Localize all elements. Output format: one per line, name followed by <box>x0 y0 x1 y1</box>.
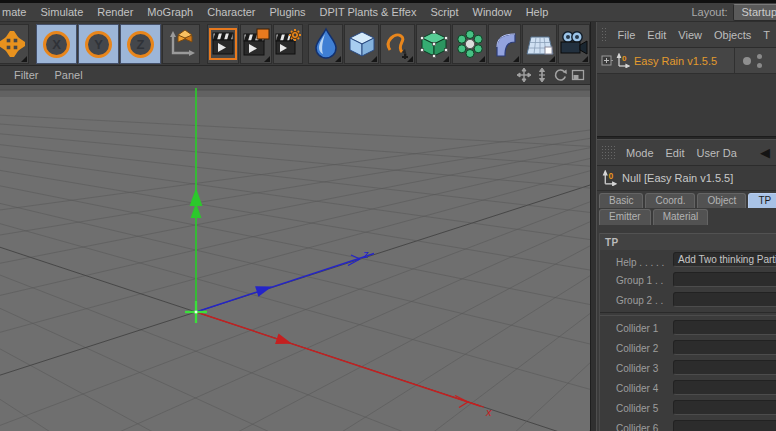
render-view-button[interactable] <box>207 24 239 64</box>
menu-render[interactable]: Render <box>90 4 140 20</box>
z-axis-icon: Z <box>127 31 154 58</box>
floor-stage-icon <box>525 29 555 59</box>
expand-tree-icon[interactable] <box>601 55 613 67</box>
attribute-tabs-row-1: Basic Coord. Object TP <box>597 191 776 208</box>
viewport-rotate-icon[interactable] <box>552 68 567 83</box>
tab-emitter[interactable]: Emitter <box>599 209 651 225</box>
help-field-value[interactable]: Add Two thinking Parti <box>673 252 776 267</box>
add-camera-button[interactable] <box>558 24 590 64</box>
svg-text:0: 0 <box>608 171 613 181</box>
panel-grip-icon[interactable] <box>601 145 616 160</box>
collider2-input[interactable] <box>673 340 776 355</box>
water-drop-tool-button[interactable] <box>308 24 343 64</box>
collider2-label: Collider 2 <box>616 343 658 354</box>
application-window: mate Simulate Render MoGraph Character P… <box>0 0 776 431</box>
panel-grip-icon[interactable] <box>601 27 608 42</box>
group2-field-input[interactable] <box>673 292 776 307</box>
layout-label: Layout: <box>691 6 727 18</box>
field-row-collider5: Collider 5 <box>600 398 776 418</box>
am-menu-user-data[interactable]: User Da <box>691 145 743 161</box>
object-manager-menu-bar: File Edit View Objects T <box>597 22 776 48</box>
menu-simulate[interactable]: Simulate <box>33 4 90 20</box>
svg-text:x: x <box>485 406 492 418</box>
render-visibility-dot[interactable] <box>757 63 762 68</box>
viewport-menu-panel[interactable]: Panel <box>46 67 90 83</box>
menu-dpit-plants-effex[interactable]: DPIT Plants & Effex <box>313 4 424 20</box>
editor-visibility-dot[interactable] <box>757 54 762 59</box>
add-modeling-object-button[interactable] <box>452 24 487 64</box>
menu-mograph[interactable]: MoGraph <box>140 4 200 20</box>
om-menu-view[interactable]: View <box>672 27 708 43</box>
field-row-collider4: Collider 4 <box>600 378 776 398</box>
tab-object[interactable]: Object <box>697 193 746 208</box>
om-menu-tags[interactable]: T <box>757 27 776 43</box>
collapse-arrow-icon[interactable]: ◀ <box>760 146 776 159</box>
object-manager-empty-area[interactable] <box>597 74 776 136</box>
add-generator-button[interactable] <box>416 24 451 64</box>
tp-section-title: TP <box>605 237 619 248</box>
render-region-button[interactable] <box>240 24 272 64</box>
menu-window[interactable]: Window <box>466 4 519 20</box>
object-name: Easy Rain v1.5.5 <box>634 55 717 67</box>
add-environment-button[interactable] <box>522 24 557 64</box>
move-tool-button[interactable] <box>0 24 29 64</box>
add-spline-button[interactable] <box>380 24 415 64</box>
collider4-input[interactable] <box>673 380 776 395</box>
group2-field-label: Group 2 . . <box>616 295 663 306</box>
attribute-body: TP Help . . . . . Add Two thinking Parti… <box>599 233 776 431</box>
layout-startup-button[interactable]: Startup <box>733 4 776 21</box>
collider5-input[interactable] <box>673 400 776 415</box>
layout-switcher: Layout: Startup <box>691 4 776 21</box>
menu-character[interactable]: Character <box>200 4 262 20</box>
svg-text:0: 0 <box>622 54 627 63</box>
lock-z-axis-button[interactable]: Z <box>120 24 161 64</box>
attribute-title-row: 0 Null [Easy Rain v1.5.5] <box>597 166 776 191</box>
spline-pen-icon <box>383 29 413 59</box>
object-row-easy-rain[interactable]: 0 Easy Rain v1.5.5 <box>597 48 776 74</box>
object-enable-dot[interactable] <box>743 57 751 65</box>
water-drop-icon <box>311 27 341 61</box>
om-menu-file[interactable]: File <box>612 27 642 43</box>
coordinate-system-button[interactable] <box>162 24 200 64</box>
collider6-label: Collider 6 <box>616 423 658 431</box>
field-row-help: Help . . . . . Add Two thinking Parti <box>600 250 776 270</box>
menu-script[interactable]: Script <box>423 4 465 20</box>
tab-basic[interactable]: Basic <box>599 193 643 208</box>
right-panel: File Edit View Objects T 0 Easy Rain v1.… <box>597 22 776 431</box>
help-field-label: Help . . . . . <box>616 257 664 268</box>
tab-coord[interactable]: Coord. <box>645 193 695 208</box>
render-settings-button[interactable] <box>273 24 303 64</box>
am-menu-mode[interactable]: Mode <box>620 145 660 161</box>
group1-field-input[interactable] <box>673 272 776 287</box>
tab-material[interactable]: Material <box>653 209 709 225</box>
am-menu-edit[interactable]: Edit <box>660 145 691 161</box>
collider1-label: Collider 1 <box>616 323 658 334</box>
om-menu-objects[interactable]: Objects <box>708 27 757 43</box>
viewport-menu-filter[interactable]: Filter <box>0 67 46 83</box>
viewport-pan-icon[interactable] <box>516 68 531 83</box>
attribute-object-title: Null [Easy Rain v1.5.5] <box>622 172 733 184</box>
panel-divider[interactable] <box>590 22 597 431</box>
collider1-input[interactable] <box>673 320 776 335</box>
bend-deformer-icon <box>491 30 519 58</box>
menu-plugins[interactable]: Plugins <box>263 4 313 20</box>
collider3-input[interactable] <box>673 360 776 375</box>
viewport-3d[interactable]: xz <box>0 85 590 431</box>
menu-help[interactable]: Help <box>519 4 556 20</box>
attribute-tabs-row-2: Emitter Material <box>597 208 776 225</box>
lock-x-axis-button[interactable]: X <box>36 24 77 64</box>
lock-y-axis-button[interactable]: Y <box>78 24 119 64</box>
add-deformer-button[interactable] <box>488 24 521 64</box>
menu-animate[interactable]: mate <box>0 4 33 20</box>
attribute-manager-menu-bar: Mode Edit User Da ◀ <box>597 140 776 166</box>
collider6-input[interactable] <box>673 420 776 431</box>
null-object-icon: 0 <box>615 53 630 68</box>
subdivision-cube-icon <box>419 29 449 59</box>
viewport-zoom-icon[interactable] <box>534 68 549 83</box>
viewport-toggle-icon[interactable] <box>570 68 585 83</box>
tab-tp[interactable]: TP <box>748 193 776 208</box>
camera-icon <box>559 29 589 59</box>
om-menu-edit[interactable]: Edit <box>641 27 672 43</box>
tp-section-header[interactable]: TP <box>600 233 776 250</box>
add-primitive-button[interactable] <box>344 24 379 64</box>
